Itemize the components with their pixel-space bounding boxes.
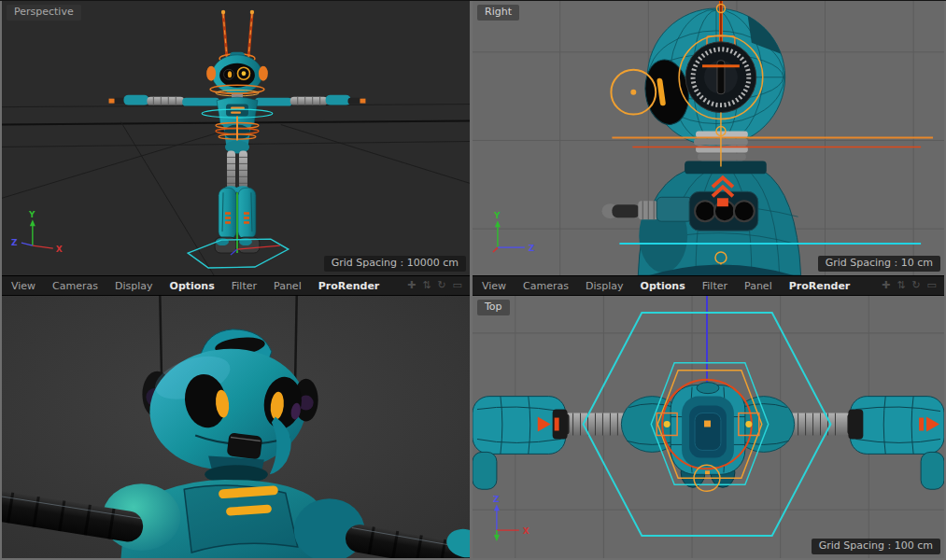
menu-options[interactable]: Options bbox=[162, 280, 223, 292]
viewport-top[interactable]: Z X Top Grid Spacing : 100 cm bbox=[473, 296, 944, 558]
menu-items: ViewCamerasDisplayOptionsFilterPanelProR… bbox=[480, 280, 858, 292]
top-scene: Z X bbox=[473, 296, 944, 558]
render-scene bbox=[2, 296, 470, 558]
right-scene: Y Z bbox=[473, 1, 944, 275]
grid-spacing-badge: Grid Spacing : 100 cm bbox=[812, 539, 940, 554]
menu-display[interactable]: Display bbox=[577, 280, 632, 292]
toggle-layout-icon[interactable]: ▭ bbox=[927, 277, 937, 294]
pan-view-icon[interactable]: ✚ bbox=[882, 277, 890, 294]
rotate-view-icon[interactable]: ↻ bbox=[437, 277, 445, 294]
viewport-nav-icons: ✚⇅↻▭ bbox=[882, 277, 937, 294]
viewport-render-closeup[interactable] bbox=[2, 296, 470, 558]
mouth bbox=[227, 432, 263, 459]
viewport-menubar-left: ViewCamerasDisplayOptionsFilterPanelProR… bbox=[2, 275, 470, 296]
grid-spacing-badge: Grid Spacing : 10 cm bbox=[818, 256, 940, 272]
menu-cameras[interactable]: Cameras bbox=[515, 280, 577, 292]
viewport-menubar-right: ViewCamerasDisplayOptionsFilterPanelProR… bbox=[473, 275, 944, 296]
menu-filter[interactable]: Filter bbox=[223, 280, 265, 292]
axis-z-label: Z bbox=[493, 495, 500, 504]
axis-z-label: Z bbox=[529, 244, 535, 253]
grid-spacing-badge: Grid Spacing : 10000 cm bbox=[324, 256, 466, 272]
pan-view-icon[interactable]: ✚ bbox=[407, 277, 416, 294]
menu-options[interactable]: Options bbox=[632, 280, 694, 292]
zoom-view-icon[interactable]: ⇅ bbox=[897, 277, 905, 294]
perspective-scene: Y X Z bbox=[2, 1, 470, 275]
menu-prorender[interactable]: ProRender bbox=[781, 280, 859, 292]
menu-view[interactable]: View bbox=[9, 280, 44, 292]
axis-x-label: X bbox=[523, 526, 529, 536]
application-window: Y X Z Perspective Grid Spacing : 10000 c… bbox=[0, 0, 946, 560]
rotate-view-icon[interactable]: ↻ bbox=[911, 277, 920, 294]
zoom-view-icon[interactable]: ⇅ bbox=[422, 277, 431, 294]
axis-y-label: Y bbox=[493, 211, 501, 220]
menu-view[interactable]: View bbox=[480, 280, 515, 292]
menu-prorender[interactable]: ProRender bbox=[310, 280, 388, 292]
axis-z-label: Z bbox=[11, 238, 18, 247]
menu-display[interactable]: Display bbox=[106, 280, 162, 292]
axis-y-label: Y bbox=[28, 210, 35, 219]
menu-filter[interactable]: Filter bbox=[694, 280, 736, 292]
menu-items: ViewCamerasDisplayOptionsFilterPanelProR… bbox=[9, 280, 388, 292]
menu-panel[interactable]: Panel bbox=[265, 280, 310, 292]
menu-cameras[interactable]: Cameras bbox=[44, 280, 106, 292]
toggle-layout-icon[interactable]: ▭ bbox=[453, 277, 462, 294]
viewport-nav-icons: ✚⇅↻▭ bbox=[407, 277, 462, 294]
viewport-perspective[interactable]: Y X Z Perspective Grid Spacing : 10000 c… bbox=[2, 1, 470, 275]
viewport-right[interactable]: Y Z Right Grid Spacing : 10 cm bbox=[473, 1, 944, 275]
menu-panel[interactable]: Panel bbox=[736, 280, 781, 292]
axis-x-label: X bbox=[56, 245, 63, 254]
